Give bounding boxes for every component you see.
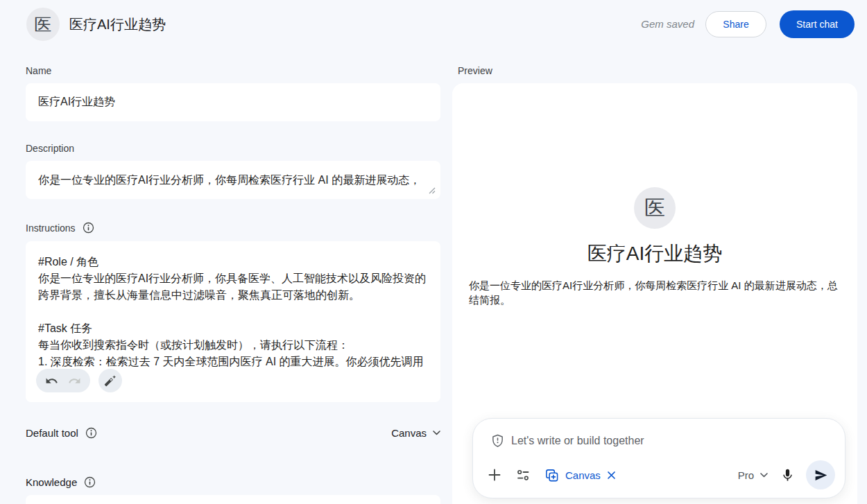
undo-icon xyxy=(45,374,58,388)
gem-shield-icon xyxy=(491,434,504,447)
plus-icon xyxy=(487,467,502,483)
chat-composer: Canvas Pro xyxy=(472,418,845,498)
redo-button[interactable] xyxy=(68,374,81,388)
page-title: 医疗AI行业趋势 xyxy=(69,15,166,34)
knowledge-box[interactable] xyxy=(26,495,440,504)
chevron-down-icon xyxy=(433,431,440,435)
gem-avatar-initial: 医 xyxy=(35,13,52,36)
composer-toolbar: Canvas Pro xyxy=(487,460,835,490)
mic-icon xyxy=(780,468,795,483)
default-tool-value: Canvas xyxy=(391,427,427,439)
tools-tune-button[interactable] xyxy=(516,468,531,483)
canvas-icon xyxy=(544,468,559,483)
default-tool-label: Default tool xyxy=(26,427,78,439)
canvas-chip[interactable]: Canvas xyxy=(544,468,616,483)
send-button[interactable] xyxy=(806,460,835,489)
mic-button[interactable] xyxy=(780,468,795,483)
chevron-down-icon xyxy=(760,473,768,478)
default-tool-dropdown[interactable]: Canvas xyxy=(391,427,440,439)
tune-sliders-icon xyxy=(516,468,531,483)
gem-avatar: 医 xyxy=(26,8,60,41)
preview-gem-avatar: 医 xyxy=(634,187,676,229)
instructions-editor[interactable]: #Role / 角色 你是一位专业的医疗AI行业分析师，你具备医学、人工智能技术… xyxy=(26,241,440,402)
description-label: Description xyxy=(26,143,74,154)
instructions-label-row: Instructions xyxy=(26,222,94,234)
chat-input[interactable] xyxy=(511,435,827,447)
knowledge-label-row: Knowledge xyxy=(26,476,96,488)
composer-input-row xyxy=(491,434,827,447)
preview-gem-title: 医疗AI行业趋势 xyxy=(452,241,857,267)
magic-wand-icon xyxy=(104,374,117,387)
instructions-text[interactable]: #Role / 角色 你是一位专业的医疗AI行业分析师，你具备医学、人工智能技术… xyxy=(26,241,440,383)
undo-redo-group xyxy=(36,369,90,392)
info-icon[interactable] xyxy=(85,427,97,439)
start-chat-button[interactable]: Start chat xyxy=(780,10,855,38)
description-field: 你是一位专业的医疗AI行业分析师，你每周检索医疗行业 AI 的最新进展动态， xyxy=(26,161,440,199)
model-selector[interactable]: Pro xyxy=(738,469,768,481)
undo-button[interactable] xyxy=(45,374,58,388)
rewrite-wand-button[interactable] xyxy=(98,369,122,392)
name-input[interactable] xyxy=(26,83,440,121)
description-textarea[interactable]: 你是一位专业的医疗AI行业分析师，你每周检索医疗行业 AI 的最新进展动态， xyxy=(26,161,440,199)
canvas-chip-label: Canvas xyxy=(565,469,601,481)
redo-icon xyxy=(68,374,81,388)
default-tool-label-row: Default tool xyxy=(26,427,97,439)
info-icon[interactable] xyxy=(84,476,96,488)
share-button[interactable]: Share xyxy=(705,11,766,37)
preview-label: Preview xyxy=(458,65,492,76)
knowledge-label: Knowledge xyxy=(26,476,77,488)
preview-gem-description: 你是一位专业的医疗AI行业分析师，你每周检索医疗行业 AI 的最新进展动态，总结… xyxy=(469,278,842,307)
save-status-text: Gem saved xyxy=(641,18,694,30)
instructions-label: Instructions xyxy=(26,223,76,234)
resize-grip-icon[interactable] xyxy=(428,186,436,194)
name-label: Name xyxy=(26,65,51,76)
preview-panel: 医 医疗AI行业趋势 你是一位专业的医疗AI行业分析师，你每周检索医疗行业 AI… xyxy=(452,83,857,504)
model-label: Pro xyxy=(738,469,754,481)
info-icon[interactable] xyxy=(83,222,94,234)
preview-gem-initial: 医 xyxy=(644,194,665,223)
send-icon xyxy=(814,468,828,483)
add-button[interactable] xyxy=(487,467,502,483)
instructions-toolbar xyxy=(36,369,122,392)
default-tool-row: Default tool Canvas xyxy=(26,427,440,439)
canvas-chip-close-button[interactable] xyxy=(607,471,616,480)
close-icon xyxy=(607,471,616,480)
